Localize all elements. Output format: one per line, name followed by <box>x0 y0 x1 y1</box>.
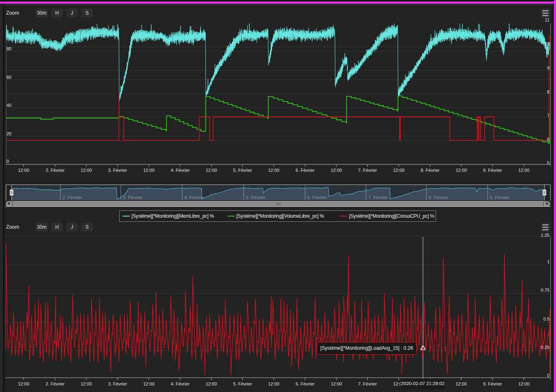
svg-text:12:00: 12:00 <box>81 168 92 173</box>
svg-text:8. Février: 8. Février <box>429 195 449 200</box>
svg-text:5. Février: 5. Février <box>233 381 252 386</box>
svg-text:0: 0 <box>547 373 549 378</box>
svg-text:9: 9 <box>547 65 549 70</box>
svg-text:0: 0 <box>7 159 9 164</box>
svg-text:9. Février: 9. Février <box>490 195 510 200</box>
svg-text:4. Février: 4. Février <box>171 168 190 173</box>
svg-text:5. Février: 5. Février <box>246 195 266 200</box>
svg-text:0.75: 0.75 <box>541 288 549 292</box>
svg-text:0.25: 0.25 <box>541 345 549 350</box>
svg-text:12:00: 12:00 <box>518 381 530 386</box>
svg-text:12:00: 12:00 <box>143 381 155 386</box>
svg-text:12:00: 12:00 <box>393 168 405 173</box>
svg-text:1.25: 1.25 <box>541 233 549 238</box>
svg-text:7. Février: 7. Février <box>368 195 388 200</box>
svg-text:8: 8 <box>547 89 549 94</box>
svg-text:4. Février: 4. Février <box>184 195 204 200</box>
svg-text:6. Février: 6. Février <box>296 168 315 173</box>
svg-text:12:00: 12:00 <box>206 381 217 386</box>
svg-text:12:00: 12:00 <box>331 381 342 386</box>
svg-text:3. Février: 3. Février <box>108 168 127 173</box>
svg-text:12:00: 12:00 <box>18 381 29 386</box>
svg-text:11: 11 <box>545 17 549 22</box>
svg-text:6. Février: 6. Février <box>296 381 315 386</box>
svg-text:7. Février: 7. Février <box>358 168 377 173</box>
svg-text:12:00: 12:00 <box>456 168 467 173</box>
svg-text:2. Février: 2. Février <box>46 381 65 386</box>
svg-text:7. Février: 7. Février <box>358 381 377 386</box>
svg-text:12:00: 12:00 <box>268 168 279 173</box>
svg-text:12:00: 12:00 <box>456 381 467 386</box>
svg-text:2. Février: 2. Février <box>63 195 83 200</box>
svg-text:80: 80 <box>7 46 11 51</box>
svg-text:12:00: 12:00 <box>18 168 29 173</box>
svg-text:5. Février: 5. Février <box>233 168 252 173</box>
svg-text:2. Février: 2. Février <box>46 168 65 173</box>
svg-text:1: 1 <box>547 259 549 264</box>
svg-text:0.5: 0.5 <box>543 316 549 321</box>
svg-text:10: 10 <box>545 41 549 46</box>
svg-text:4. Février: 4. Février <box>171 381 190 386</box>
svg-text:9. Février: 9. Février <box>483 381 502 386</box>
svg-text:7: 7 <box>547 113 549 118</box>
svg-text:12:00: 12:00 <box>518 168 530 173</box>
svg-text:6: 6 <box>547 137 549 142</box>
svg-text:3. Février: 3. Février <box>108 381 127 386</box>
svg-text:60: 60 <box>7 75 11 80</box>
svg-text:6. Février: 6. Février <box>307 195 327 200</box>
svg-text:40: 40 <box>7 103 11 108</box>
svg-text:8. Février: 8. Février <box>421 168 440 173</box>
svg-text:12:00: 12:00 <box>206 168 217 173</box>
svg-text:12:00: 12:00 <box>81 381 92 386</box>
svg-text:12:00: 12:00 <box>331 168 342 173</box>
svg-text:12:00: 12:00 <box>268 381 279 386</box>
svg-text:3. Février: 3. Février <box>123 195 143 200</box>
svg-text:20: 20 <box>7 131 11 136</box>
svg-text:12:00: 12:00 <box>143 168 155 173</box>
svg-text:9. Février: 9. Février <box>483 168 502 173</box>
svg-text:5: 5 <box>547 160 549 165</box>
